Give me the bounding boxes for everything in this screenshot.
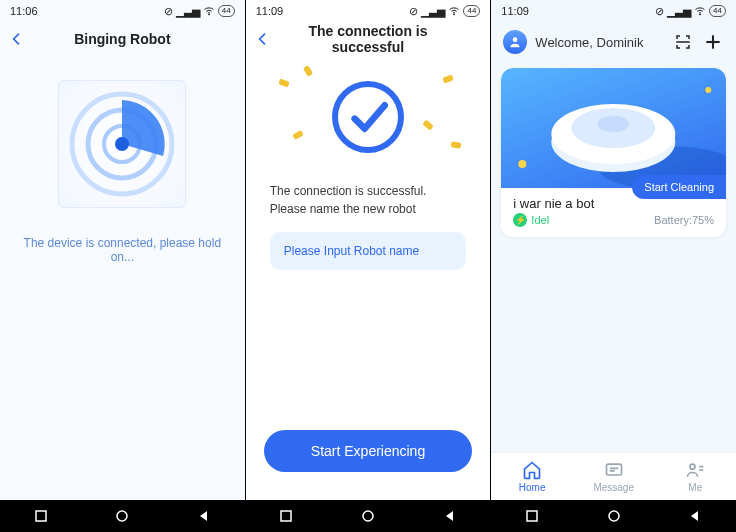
svg-point-6 [117, 511, 127, 521]
svg-rect-28 [527, 511, 537, 521]
start-cleaning-button[interactable]: Start Cleaning [632, 175, 726, 199]
wifi-icon [448, 5, 460, 17]
svg-rect-5 [36, 511, 46, 521]
clock: 11:09 [501, 5, 529, 17]
svg-point-4 [115, 137, 129, 151]
tab-me-label: Me [688, 482, 702, 493]
battery-pill: 44 [218, 5, 235, 17]
screen-binding: 11:06 ⊘ ▁▃▅ 44 Binging Robot The device … [0, 0, 245, 532]
nav-back-button[interactable] [197, 509, 211, 523]
header: Binging Robot [0, 22, 245, 56]
svg-marker-7 [200, 511, 207, 521]
add-icon[interactable] [702, 31, 724, 53]
signal-icon: ▁▃▅ [667, 5, 691, 18]
svg-point-10 [363, 511, 373, 521]
welcome-text: Welcome, Dominik [535, 35, 664, 50]
checkmark-icon [332, 81, 404, 153]
signal-icon: ▁▃▅ [176, 5, 200, 18]
svg-point-13 [513, 37, 518, 42]
svg-rect-9 [281, 511, 291, 521]
robot-name-input[interactable] [270, 232, 466, 270]
android-nav [0, 500, 245, 532]
svg-point-22 [519, 160, 527, 168]
alarm-off-icon: ⊘ [655, 5, 664, 18]
signal-icon: ▁▃▅ [421, 5, 445, 18]
status-bar: 11:09 ⊘ ▁▃▅ 44 [246, 0, 491, 22]
connection-status-text: The device is connected, please hold on.… [18, 236, 227, 264]
status-icons: ⊘ ▁▃▅ 44 [409, 5, 480, 18]
svg-point-23 [706, 87, 712, 93]
status-icons: ⊘ ▁▃▅ 44 [164, 5, 235, 18]
svg-point-8 [454, 14, 455, 15]
svg-point-25 [690, 464, 695, 469]
battery-pill: 44 [463, 5, 480, 17]
svg-marker-30 [691, 511, 698, 521]
status-bar: 11:06 ⊘ ▁▃▅ 44 [0, 0, 245, 22]
battery-label: Battery:75% [654, 214, 714, 226]
nav-recent-button[interactable] [34, 509, 48, 523]
back-button[interactable] [0, 22, 34, 56]
nav-home-button[interactable] [361, 509, 375, 523]
svg-point-21 [598, 116, 630, 132]
back-button[interactable] [246, 22, 280, 56]
nav-back-button[interactable] [688, 509, 702, 523]
alarm-off-icon: ⊘ [409, 5, 418, 18]
status-dot-icon: ⚡ [513, 213, 527, 227]
page-title: Binging Robot [34, 31, 211, 47]
battery-pill: 44 [709, 5, 726, 17]
success-illustration [273, 62, 463, 172]
svg-point-12 [700, 14, 701, 15]
avatar[interactable] [503, 30, 527, 54]
wifi-icon [694, 5, 706, 17]
svg-marker-11 [446, 511, 453, 521]
wifi-icon [203, 5, 215, 17]
status-icons: ⊘ ▁▃▅ 44 [655, 5, 726, 18]
alarm-off-icon: ⊘ [164, 5, 173, 18]
android-nav [246, 500, 491, 532]
tab-message[interactable]: Message [573, 453, 655, 500]
robot-name-label: i war nie a bot [513, 196, 594, 211]
robot-status: ⚡ Idel [513, 213, 549, 227]
tab-me[interactable]: Me [654, 453, 736, 500]
nav-back-button[interactable] [443, 509, 457, 523]
screen-success: 11:09 ⊘ ▁▃▅ 44 The connection is success… [246, 0, 491, 532]
success-message: The connection is successful. Please nam… [266, 182, 471, 218]
svg-point-29 [609, 511, 619, 521]
svg-point-0 [208, 14, 209, 15]
scan-icon[interactable] [672, 31, 694, 53]
status-bar: 11:09 ⊘ ▁▃▅ 44 [491, 0, 736, 22]
robot-card[interactable]: Start Cleaning i war nie a bot ⚡ Idel Ba… [501, 68, 726, 237]
tab-message-label: Message [593, 482, 634, 493]
header: The connection is successful [246, 22, 491, 56]
screen-home: 11:09 ⊘ ▁▃▅ 44 Welcome, Dominik [491, 0, 736, 532]
svg-rect-24 [606, 464, 621, 475]
tab-home-label: Home [519, 482, 546, 493]
clock: 11:09 [256, 5, 284, 17]
clock: 11:06 [10, 5, 38, 17]
nav-recent-button[interactable] [279, 509, 293, 523]
robot-image [501, 68, 726, 188]
nav-home-button[interactable] [115, 509, 129, 523]
tab-home[interactable]: Home [491, 453, 573, 500]
status-label: Idel [531, 214, 549, 226]
start-experiencing-button[interactable]: Start Experiencing [264, 430, 473, 472]
nav-recent-button[interactable] [525, 509, 539, 523]
nav-home-button[interactable] [607, 509, 621, 523]
page-title: The connection is successful [280, 23, 457, 55]
android-nav [491, 500, 736, 532]
tab-bar: Home Message Me [491, 452, 736, 500]
radar-illustration [58, 80, 186, 208]
home-header: Welcome, Dominik [491, 22, 736, 60]
